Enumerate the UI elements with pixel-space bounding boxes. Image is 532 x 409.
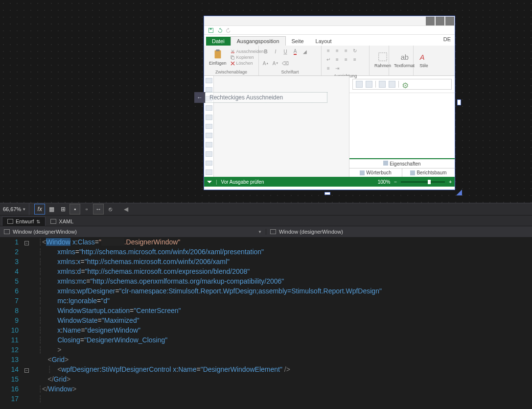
zoom-out-button[interactable]: −: [394, 179, 397, 185]
close-button[interactable]: [445, 17, 454, 25]
folding-gutter[interactable]: − −: [24, 237, 38, 409]
report-canvas[interactable]: [214, 76, 349, 177]
styles-label: Stile: [419, 63, 428, 68]
snap-grid-button[interactable]: ▫: [81, 204, 92, 215]
check-output-button[interactable]: Vor Ausgabe prüfen: [221, 179, 264, 185]
design-tab[interactable]: Entwurf ⇅: [2, 217, 46, 226]
tab-home[interactable]: Ausgangsposition: [231, 36, 286, 46]
dict-btn-3[interactable]: [379, 81, 386, 88]
dict-btn-5[interactable]: ⚙: [402, 81, 409, 88]
tool-band-1[interactable]: [206, 142, 212, 147]
resize-handle-bottom[interactable]: [324, 192, 330, 195]
resize-handle-corner[interactable]: [456, 190, 462, 195]
breadcrumb-right[interactable]: Window (designerWindow): [266, 229, 532, 235]
vs-breadcrumb-bar: Window (designerWindow) ▼ Window (design…: [0, 226, 532, 237]
copy-icon: [231, 55, 235, 60]
zoom-slider[interactable]: [401, 181, 445, 183]
align-middle-button[interactable]: ≡: [333, 47, 341, 54]
tool-shape[interactable]: [206, 115, 212, 120]
delete-x-icon: [231, 61, 235, 66]
font-color-button[interactable]: A: [291, 48, 299, 55]
grid-toggle-button[interactable]: ▦: [46, 204, 57, 215]
designer-window-preview: Datei Ausgangsposition Seite Layout DE E…: [204, 16, 455, 190]
ribbon-body: Einfügen Ausschneiden Kopieren Löschen Z…: [204, 46, 455, 76]
snip-back-button[interactable]: ←: [194, 92, 205, 103]
tool-band-3[interactable]: [206, 161, 212, 166]
fx-effects-button[interactable]: fx: [34, 204, 45, 215]
tab-layout[interactable]: Layout: [310, 37, 338, 46]
underline-button[interactable]: U: [281, 48, 289, 55]
breadcrumb-left[interactable]: Window (designerWindow) ▼: [0, 229, 266, 235]
indent-button[interactable]: ⇥: [333, 64, 341, 72]
borders-icon: [377, 51, 388, 62]
snap-toggle-button[interactable]: ⊞: [58, 204, 69, 215]
align-left-button[interactable]: ≡: [333, 55, 341, 63]
align-bottom-button[interactable]: ≡: [342, 47, 350, 54]
tool-chart[interactable]: [206, 133, 212, 138]
line-number-gutter: 1234567891011121314151617: [0, 237, 24, 409]
italic-button[interactable]: I: [272, 48, 279, 55]
maximize-button[interactable]: [436, 17, 444, 25]
language-indicator[interactable]: DE: [443, 36, 451, 42]
status-menu-caret-icon[interactable]: [207, 181, 212, 183]
rotate-button[interactable]: ↻: [351, 47, 359, 54]
code-content[interactable]: ┆<Window x:Class=" .DesignerWindow" ┆ xm…: [38, 237, 532, 409]
lock-button[interactable]: ⎋: [105, 204, 116, 215]
shrink-font-button[interactable]: A▼: [272, 59, 279, 67]
undo-icon[interactable]: [217, 27, 223, 33]
align-center-button[interactable]: ≡: [342, 55, 350, 63]
tool-text[interactable]: [206, 87, 212, 93]
grow-font-button[interactable]: A▲: [262, 59, 270, 67]
xaml-editor[interactable]: 1234567891011121314151617 − − ┆<Window x…: [0, 237, 532, 409]
zoom-value[interactable]: 100%: [378, 179, 391, 185]
svg-text:A: A: [419, 53, 425, 61]
scroll-left-button[interactable]: ◀: [120, 204, 131, 215]
properties-tab[interactable]: Eigenschaften: [349, 158, 455, 168]
justify-button[interactable]: ≡: [324, 64, 332, 72]
resize-handle-right[interactable]: [457, 99, 461, 105]
chevron-down-icon[interactable]: ▼: [258, 230, 262, 234]
align-top-button[interactable]: ≡: [324, 47, 332, 54]
redo-icon[interactable]: [226, 27, 231, 33]
show-guides-button[interactable]: ↔: [93, 204, 104, 215]
svg-rect-1: [210, 28, 212, 29]
svg-text:ab: ab: [401, 53, 409, 61]
paste-button[interactable]: Einfügen: [207, 48, 229, 67]
pin-icon[interactable]: ⇅: [36, 219, 40, 224]
align-right-button[interactable]: ≡: [351, 55, 359, 63]
tool-band-2[interactable]: [206, 151, 212, 157]
tool-barcode[interactable]: [206, 105, 212, 111]
svg-rect-3: [216, 49, 219, 51]
bold-button[interactable]: B: [262, 48, 270, 55]
tool-pointer[interactable]: [206, 78, 212, 83]
save-icon[interactable]: [208, 27, 214, 33]
styles-button[interactable]: A Stile: [416, 50, 431, 69]
svg-rect-7: [231, 56, 234, 59]
svg-rect-2: [214, 50, 221, 59]
dict-btn-1[interactable]: [356, 81, 363, 88]
xaml-tab[interactable]: XAML: [46, 217, 78, 226]
dictionary-tab[interactable]: Wörterbuch: [349, 168, 402, 177]
element-icon: [4, 229, 10, 234]
zoom-combobox[interactable]: 66,67%▼: [2, 203, 29, 215]
dict-btn-4[interactable]: [389, 81, 395, 88]
report-tree-tab[interactable]: Berichtsbaum: [402, 168, 455, 177]
snap-lines-button[interactable]: ▪: [69, 204, 80, 215]
zoom-in-button[interactable]: +: [449, 179, 452, 185]
clipboard-group-label: Zwischenablage: [204, 69, 258, 75]
tool-panel[interactable]: [206, 124, 212, 129]
tab-page[interactable]: Seite: [286, 37, 310, 46]
snip-mode-label[interactable]: Rechteckiges Ausschneiden: [205, 92, 327, 103]
tab-file[interactable]: Datei: [206, 37, 231, 46]
tool-band-4[interactable]: [206, 169, 212, 175]
clear-format-button[interactable]: ⌫: [281, 59, 289, 67]
textformat-button[interactable]: ab Textformat: [392, 50, 416, 69]
fill-color-button[interactable]: ◢: [301, 48, 309, 55]
xaml-view-icon: [50, 219, 56, 224]
dict-btn-2[interactable]: [366, 81, 372, 88]
minimize-button[interactable]: [426, 17, 435, 25]
text-icon: ab: [399, 51, 410, 62]
frame-label: Rahmen: [374, 63, 391, 68]
wrap-button[interactable]: ↵: [324, 55, 332, 63]
svg-point-5: [233, 52, 234, 53]
